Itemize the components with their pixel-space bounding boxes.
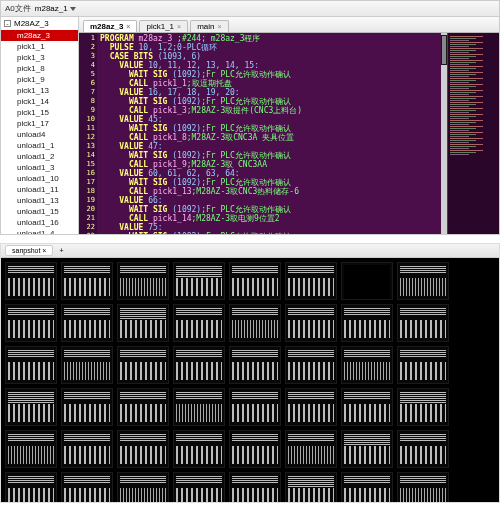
- cad-thumbnail[interactable]: [117, 304, 169, 342]
- cad-thumbnail[interactable]: [397, 346, 449, 384]
- cad-thumbnail[interactable]: [173, 304, 225, 342]
- code-line[interactable]: CALL pick1_14;M28AZ-3取电测9位置2: [100, 214, 302, 223]
- cad-thumbnail[interactable]: [117, 346, 169, 384]
- code-line[interactable]: WAIT SIG (1092);Fr PLC允许取动作确认: [100, 232, 302, 234]
- bottom-tab[interactable]: sanpshot ×: [5, 245, 53, 256]
- cad-thumbnail[interactable]: [229, 304, 281, 342]
- cad-thumbnail[interactable]: [61, 388, 113, 426]
- cad-thumbnail[interactable]: [117, 262, 169, 300]
- close-icon[interactable]: ×: [177, 23, 181, 30]
- tree-item[interactable]: unload1_4: [1, 228, 78, 234]
- code-line[interactable]: VALUE 66:: [100, 196, 302, 205]
- tree-item[interactable]: pick1_14: [1, 96, 78, 107]
- cad-thumbnail[interactable]: [5, 472, 57, 502]
- code-line[interactable]: WAIT SIG (1092);Fr PLC允许取动作确认: [100, 178, 302, 187]
- scrollbar-thumb[interactable]: [441, 35, 447, 65]
- code-line[interactable]: CALL pick1_13;M28AZ-3取CNC3热料储存-6: [100, 187, 302, 196]
- tree-item[interactable]: unload4: [1, 129, 78, 140]
- minimap[interactable]: [447, 33, 499, 234]
- code-line[interactable]: WAIT SIG (1092);Fr PLC允许取动作确认: [100, 205, 302, 214]
- cad-thumbnail[interactable]: [173, 430, 225, 468]
- tree-item[interactable]: unload1_15: [1, 206, 78, 217]
- code-line[interactable]: VALUE 16, 17, 18, 19, 20:: [100, 88, 302, 97]
- cad-thumbnail[interactable]: [5, 388, 57, 426]
- tree-item[interactable]: unload1_1: [1, 140, 78, 151]
- cad-thumbnail[interactable]: [173, 346, 225, 384]
- code-line[interactable]: CALL pick1_1;取逗期托盘: [100, 79, 302, 88]
- tree-item[interactable]: pick1_3: [1, 52, 78, 63]
- tree-item[interactable]: unload1_13: [1, 195, 78, 206]
- cad-thumbnail[interactable]: [173, 388, 225, 426]
- cad-thumbnail[interactable]: [397, 388, 449, 426]
- code-line[interactable]: VALUE 10, 11, 12, 13, 14, 15:: [100, 61, 302, 70]
- editor-tab[interactable]: pick1_1×: [139, 20, 188, 32]
- cad-thumbnail[interactable]: [341, 388, 393, 426]
- cad-thumbnail[interactable]: [173, 472, 225, 502]
- code-line[interactable]: WAIT SIG (1092);Fr PLC允许取动作确认: [100, 70, 302, 79]
- tree-item[interactable]: pick1_15: [1, 107, 78, 118]
- cad-thumbnail[interactable]: [5, 262, 57, 300]
- cad-thumbnail[interactable]: [285, 388, 337, 426]
- tree-item[interactable]: m28az_3: [1, 30, 78, 41]
- code-line[interactable]: CALL pick1_8;M28AZ-3取CNC3A 夹具位置: [100, 133, 302, 142]
- cad-thumbnail[interactable]: [117, 430, 169, 468]
- code-line[interactable]: CALL pick1_9;M28AZ-3取 CNC3AA: [100, 160, 302, 169]
- code-line[interactable]: WAIT SIG (1092);Fr PLC允许取动作确认: [100, 151, 302, 160]
- close-icon[interactable]: ×: [126, 23, 130, 30]
- cad-thumbnail[interactable]: [285, 346, 337, 384]
- cad-thumbnail[interactable]: [341, 346, 393, 384]
- tree-item[interactable]: unload1_11: [1, 184, 78, 195]
- code-line[interactable]: CALL pick1_3;M28AZ-3取提件(CNC3上料台): [100, 106, 302, 115]
- cad-thumbnail[interactable]: [397, 472, 449, 502]
- close-icon[interactable]: ×: [217, 23, 221, 30]
- code-line[interactable]: PROGRAM m28az_3 ;#244; m28az_3程序: [100, 34, 302, 43]
- cad-thumbnail[interactable]: [397, 304, 449, 342]
- cad-thumbnail[interactable]: [285, 430, 337, 468]
- editor-tab[interactable]: main×: [190, 20, 228, 32]
- code-line[interactable]: VALUE 60, 61, 62, 63, 64:: [100, 169, 302, 178]
- code-line[interactable]: CASE BITS (1093, 6): [100, 52, 302, 61]
- tree-item[interactable]: unload1_16: [1, 217, 78, 228]
- cad-thumbnail[interactable]: [397, 262, 449, 300]
- tree-item[interactable]: pick1_1: [1, 41, 78, 52]
- tree-item[interactable]: pick1_17: [1, 118, 78, 129]
- cad-thumbnail[interactable]: [61, 430, 113, 468]
- cad-thumbnail[interactable]: [285, 472, 337, 502]
- cad-thumbnail[interactable]: [173, 262, 225, 300]
- cad-thumbnail[interactable]: [341, 304, 393, 342]
- cad-thumbnail[interactable]: [341, 262, 393, 300]
- cad-thumbnail[interactable]: [5, 304, 57, 342]
- editor-tab[interactable]: m28az_3×: [83, 20, 137, 32]
- cad-thumbnail[interactable]: [285, 262, 337, 300]
- cad-thumbnail[interactable]: [285, 304, 337, 342]
- code-line[interactable]: VALUE 47:: [100, 142, 302, 151]
- cad-thumbnail[interactable]: [229, 388, 281, 426]
- project-dropdown[interactable]: m28az_1: [35, 4, 76, 13]
- cad-thumbnail[interactable]: [61, 304, 113, 342]
- cad-thumbnail[interactable]: [61, 472, 113, 502]
- tree-item[interactable]: pick1_13: [1, 85, 78, 96]
- cad-thumbnail[interactable]: [61, 346, 113, 384]
- code-line[interactable]: PULSE 10, 1,2;0-PLC循环: [100, 43, 302, 52]
- cad-thumbnail[interactable]: [341, 472, 393, 502]
- cad-thumbnail[interactable]: [5, 430, 57, 468]
- tree-item[interactable]: pick1_8: [1, 63, 78, 74]
- cad-thumbnail[interactable]: [61, 262, 113, 300]
- tree-item[interactable]: unload1_3: [1, 162, 78, 173]
- code-line[interactable]: VALUE 75:: [100, 223, 302, 232]
- code-lines[interactable]: PROGRAM m28az_3 ;#244; m28az_3程序 PULSE 1…: [97, 33, 305, 234]
- cad-thumbnail[interactable]: [229, 472, 281, 502]
- cad-thumbnail[interactable]: [341, 430, 393, 468]
- tree-root[interactable]: - M28AZ_3: [1, 17, 78, 30]
- code-line[interactable]: WAIT SIG (1092);Fr PLC允许取动作确认: [100, 124, 302, 133]
- expand-icon[interactable]: -: [4, 20, 11, 27]
- code-line[interactable]: WAIT SIG (1092);Fr PLC允许取动作确认: [100, 97, 302, 106]
- tree-item[interactable]: unload1_10: [1, 173, 78, 184]
- cad-thumbnail[interactable]: [397, 430, 449, 468]
- tree-item[interactable]: unload1_2: [1, 151, 78, 162]
- cad-thumbnail[interactable]: [117, 388, 169, 426]
- cad-thumbnail[interactable]: [117, 472, 169, 502]
- new-tab-button[interactable]: +: [59, 247, 63, 254]
- cad-thumbnail[interactable]: [229, 262, 281, 300]
- code-area[interactable]: 1234567891011121314151617181920212223242…: [79, 33, 441, 234]
